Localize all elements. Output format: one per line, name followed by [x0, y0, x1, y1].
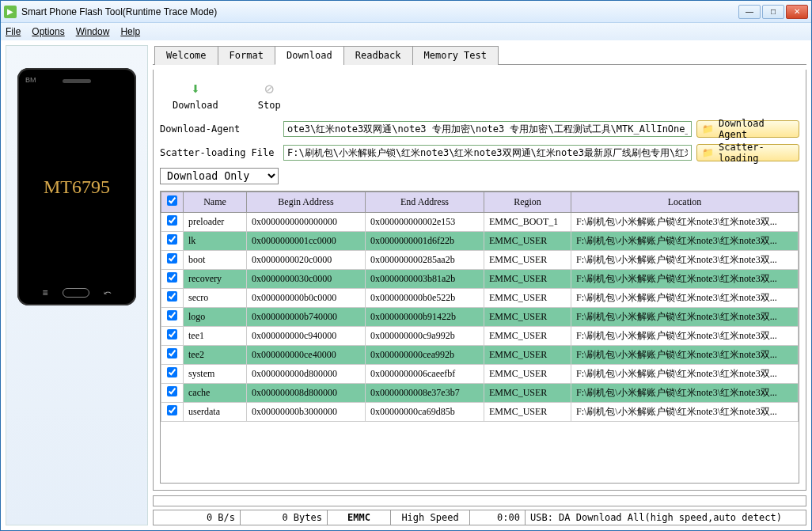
phone-back-icon: ⤺ [104, 287, 112, 298]
cell-name: tee2 [184, 346, 247, 365]
cell-region: EMMC_USER [484, 346, 571, 365]
cell-begin: 0x00000000b3000000 [247, 403, 366, 422]
cell-name: recovery [184, 270, 247, 289]
cell-begin: 0x000000000d800000 [247, 365, 366, 384]
table-row[interactable]: system0x000000000d8000000x0000000006caee… [161, 365, 799, 384]
cell-name: logo [184, 308, 247, 327]
cell-name: tee1 [184, 327, 247, 346]
cell-end: 0x0000000008e37e3b7 [366, 384, 484, 403]
table-row[interactable]: preloader0x00000000000000000x00000000000… [161, 213, 799, 232]
table-row[interactable]: cache0x000000008d8000000x0000000008e37e3… [161, 384, 799, 403]
minimize-button[interactable]: — [738, 5, 761, 19]
cell-location: F:\刷机包\小米解账户锁\红米note3\红米note3双... [571, 327, 799, 346]
folder-icon: 📁 [702, 147, 714, 158]
row-checkbox[interactable] [167, 405, 177, 415]
tab-welcome[interactable]: Welcome [154, 46, 218, 65]
download-agent-input[interactable] [283, 121, 692, 137]
phone-speaker-icon [63, 79, 91, 83]
maximize-button[interactable]: □ [762, 5, 784, 19]
cell-name: secro [184, 289, 247, 308]
cell-end: 0x000000000c9a992b [366, 327, 484, 346]
header-end[interactable]: End Address [366, 192, 484, 213]
tab-download[interactable]: Download [275, 46, 344, 65]
cell-name: userdata [184, 403, 247, 422]
cell-name: lk [184, 232, 247, 251]
app-icon: ▶ [4, 6, 17, 18]
status-storage: EMMC [328, 510, 391, 525]
phone-preview-pane: BM MT6795 ≡ ⤺ [6, 45, 148, 525]
table-row[interactable]: tee20x000000000ce400000x000000000cea992b… [161, 346, 799, 365]
cell-begin: 0x0000000001cc0000 [247, 232, 366, 251]
folder-icon: 📁 [702, 123, 714, 135]
row-checkbox[interactable] [167, 272, 177, 283]
menu-help[interactable]: Help [120, 26, 140, 37]
table-row[interactable]: recovery0x0000000030c00000x0000000003b81… [161, 270, 799, 289]
tab-format[interactable]: Format [218, 46, 275, 65]
row-checkbox[interactable] [167, 253, 177, 264]
titlebar: ▶ Smart Phone Flash Tool(Runtime Trace M… [1, 1, 811, 23]
table-row[interactable]: lk0x0000000001cc00000x0000000001d6f22bEM… [161, 232, 799, 251]
row-checkbox[interactable] [167, 386, 177, 396]
table-row[interactable]: userdata0x00000000b30000000x00000000ca69… [161, 403, 799, 422]
table-row[interactable]: logo0x000000000b7400000x000000000b91422b… [161, 308, 799, 327]
row-checkbox[interactable] [167, 348, 177, 358]
cell-end: 0x000000000cea992b [366, 346, 484, 365]
row-checkbox[interactable] [167, 291, 177, 302]
menu-window[interactable]: Window [76, 26, 110, 37]
table-row[interactable]: boot0x0000000020c00000x000000000285aa2bE… [161, 251, 799, 270]
close-button[interactable]: ✕ [786, 5, 808, 19]
menu-file[interactable]: File [6, 26, 21, 37]
progress-bar [153, 495, 806, 506]
scatter-loading-input[interactable] [283, 145, 692, 161]
download-mode-select[interactable]: Download Only [160, 168, 279, 184]
scatter-loading-browse-label: Scatter-loading [719, 142, 794, 164]
cell-location: F:\刷机包\小米解账户锁\红米note3\红米note3双... [571, 365, 799, 384]
phone-chip-label: MT6795 [44, 176, 110, 198]
row-checkbox[interactable] [167, 215, 177, 226]
cell-location: F:\刷机包\小米解账户锁\红米note3\红米note3双... [571, 270, 799, 289]
stop-button[interactable]: ⊘ Stop [258, 79, 281, 111]
cell-region: EMMC_USER [484, 403, 571, 422]
cell-region: EMMC_BOOT_1 [484, 213, 571, 232]
cell-name: cache [184, 384, 247, 403]
download-button[interactable]: ⬇ Download [173, 79, 218, 111]
status-usb: USB: DA Download All(high speed,auto det… [526, 510, 806, 525]
cell-end: 0x0000000003b81a2b [366, 270, 484, 289]
cell-location: F:\刷机包\小米解账户锁\红米note3\红米note3双... [571, 308, 799, 327]
header-begin[interactable]: Begin Address [247, 192, 366, 213]
scatter-loading-browse-button[interactable]: 📁 Scatter-loading [696, 144, 799, 161]
header-location[interactable]: Location [571, 192, 799, 213]
download-agent-browse-label: Download Agent [719, 118, 794, 140]
cell-region: EMMC_USER [484, 270, 571, 289]
table-row[interactable]: secro0x000000000b0c00000x000000000b0e522… [161, 289, 799, 308]
cell-region: EMMC_USER [484, 289, 571, 308]
statusbar: 0 B/s 0 Bytes EMMC High Speed 0:00 USB: … [153, 510, 806, 525]
row-checkbox[interactable] [167, 234, 177, 245]
cell-begin: 0x0000000020c0000 [247, 251, 366, 270]
row-checkbox[interactable] [167, 329, 177, 339]
phone-menu-icon: ≡ [42, 287, 47, 298]
menubar: File Options Window Help [1, 23, 811, 40]
cell-region: EMMC_USER [484, 251, 571, 270]
table-row[interactable]: tee10x000000000c9400000x000000000c9a992b… [161, 327, 799, 346]
download-agent-browse-button[interactable]: 📁 Download Agent [696, 120, 799, 138]
status-time: 0:00 [470, 510, 526, 525]
row-checkbox[interactable] [167, 310, 177, 320]
partition-grid[interactable]: Name Begin Address End Address Region Lo… [160, 191, 799, 484]
cell-end: 0x000000000002e153 [366, 213, 484, 232]
menu-options[interactable]: Options [32, 26, 64, 37]
header-region[interactable]: Region [484, 192, 571, 213]
tab-memory-test[interactable]: Memory Test [412, 46, 499, 65]
header-name[interactable]: Name [184, 192, 247, 213]
cell-location: F:\刷机包\小米解账户锁\红米note3\红米note3双... [571, 346, 799, 365]
cell-begin: 0x0000000030c0000 [247, 270, 366, 289]
cell-location: F:\刷机包\小米解账户锁\红米note3\红米note3双... [571, 403, 799, 422]
tab-readback[interactable]: Readback [343, 46, 413, 65]
cell-location: F:\刷机包\小米解账户锁\红米note3\红米note3双... [571, 213, 799, 232]
phone-brand: BM [25, 76, 36, 84]
select-all-checkbox[interactable] [167, 195, 177, 206]
cell-name: preloader [184, 213, 247, 232]
row-checkbox[interactable] [167, 367, 177, 377]
cell-location: F:\刷机包\小米解账户锁\红米note3\红米note3双... [571, 289, 799, 308]
cell-location: F:\刷机包\小米解账户锁\红米note3\红米note3双... [571, 384, 799, 403]
